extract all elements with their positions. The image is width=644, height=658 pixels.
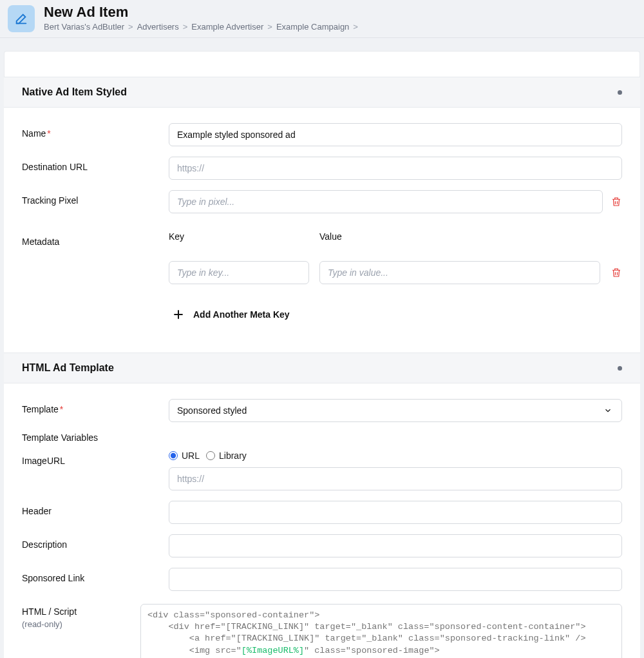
imageurl-radio-url[interactable]: URL	[169, 450, 200, 461]
section-body-native: Name* Destination URL Tracking Pixel Met…	[4, 108, 640, 353]
breadcrumb-item[interactable]: Example Campaign	[276, 22, 349, 32]
sponsored-link-var-label: Sponsored Link	[22, 568, 169, 583]
metadata-key-input[interactable]	[169, 261, 309, 284]
chevron-right-icon: >	[353, 22, 358, 32]
breadcrumb-item[interactable]: Example Advertiser	[191, 22, 263, 32]
name-input[interactable]	[169, 123, 622, 146]
section-title: Native Ad Item Styled	[22, 86, 127, 98]
plus-icon	[171, 307, 185, 322]
collapse-dot-icon[interactable]	[618, 90, 622, 95]
trash-icon[interactable]	[611, 196, 622, 208]
trash-icon[interactable]	[611, 267, 622, 278]
destination-url-input[interactable]	[169, 157, 622, 180]
chevron-right-icon: >	[267, 22, 272, 32]
name-label: Name*	[22, 123, 169, 139]
description-var-label: Description	[22, 534, 169, 550]
page-title: New Ad Item	[44, 4, 358, 21]
template-variables-heading: Template Variables	[22, 432, 622, 443]
metadata-key-heading: Key	[169, 231, 309, 242]
metadata-label: Metadata	[22, 231, 169, 247]
page-header: New Ad Item Bert Varias's AdButler > Adv…	[0, 0, 644, 38]
collapse-dot-icon[interactable]	[618, 366, 622, 371]
tracking-pixel-input[interactable]	[169, 190, 603, 213]
template-select-value: Sponsored styled	[177, 405, 247, 416]
chevron-right-icon: >	[128, 22, 133, 32]
metadata-value-input[interactable]	[319, 261, 600, 284]
template-select[interactable]: Sponsored styled	[169, 399, 622, 422]
chevron-right-icon: >	[183, 22, 188, 32]
section-title: HTML Ad Template	[22, 362, 114, 374]
imageurl-radio-library[interactable]: Library	[206, 450, 247, 461]
template-label: Template*	[22, 399, 169, 414]
header-var-label: Header	[22, 501, 169, 516]
section-header-template[interactable]: HTML Ad Template	[4, 353, 640, 383]
add-meta-key-label: Add Another Meta Key	[193, 309, 290, 320]
radio-library[interactable]	[206, 451, 215, 460]
section-header-native[interactable]: Native Ad Item Styled	[4, 77, 640, 108]
add-meta-key-button[interactable]: Add Another Meta Key	[169, 307, 290, 322]
metadata-value-heading: Value	[319, 231, 342, 242]
header-var-input[interactable]	[169, 501, 622, 524]
tracking-pixel-label: Tracking Pixel	[22, 190, 169, 206]
edit-icon	[8, 5, 35, 32]
imageurl-input[interactable]	[169, 467, 622, 490]
sponsored-link-var-input[interactable]	[169, 568, 622, 591]
breadcrumb: Bert Varias's AdButler > Advertisers > E…	[44, 22, 358, 32]
destination-url-label: Destination URL	[22, 157, 169, 172]
breadcrumb-item[interactable]: Advertisers	[137, 22, 179, 32]
chevron-down-icon	[603, 406, 612, 415]
section-body-template: Template* Sponsored styled Template Vari…	[4, 383, 640, 658]
imageurl-label: ImageURL	[22, 450, 169, 466]
breadcrumb-item[interactable]: Bert Varias's AdButler	[44, 22, 124, 32]
html-script-code: <div class="sponsored-container"> <div h…	[140, 604, 622, 658]
radio-url[interactable]	[169, 451, 178, 460]
description-var-input[interactable]	[169, 534, 622, 557]
